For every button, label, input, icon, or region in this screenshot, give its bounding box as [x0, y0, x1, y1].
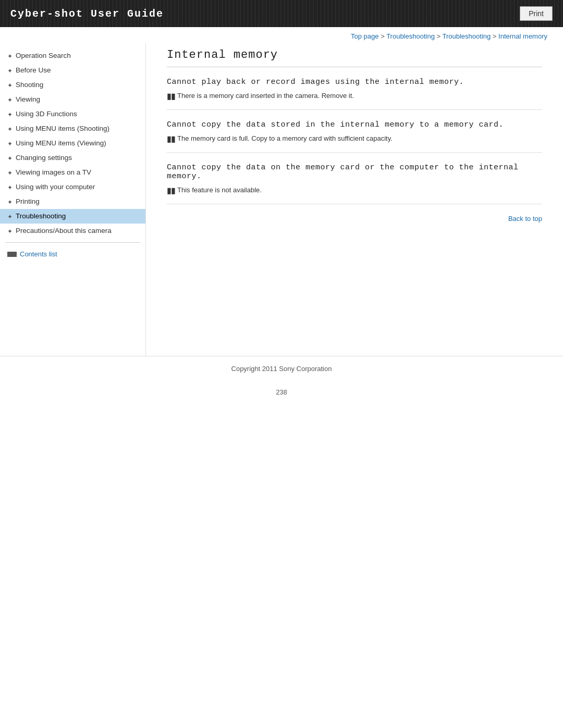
sidebar-label-viewing-tv: Viewing images on a TV [16, 168, 91, 176]
page-number: 238 [0, 378, 563, 401]
list-icon [7, 252, 17, 257]
bullet-icon: ✦ [7, 140, 13, 147]
sidebar-divider [5, 242, 140, 243]
bullet-icon: ✦ [7, 53, 13, 60]
sidebar-item-menu-shooting[interactable]: ✦ Using MENU items (Shooting) [0, 121, 145, 136]
breadcrumb-sep3: > [493, 32, 498, 40]
sidebar-item-troubleshooting[interactable]: ✦ Troubleshooting [0, 209, 145, 224]
bullet-icon: ✦ [7, 96, 13, 104]
section-1-heading: Cannot play back or record images using … [167, 78, 542, 87]
sidebar-label-changing-settings: Changing settings [16, 154, 72, 162]
section-1-detail-1: ▮▮ There is a memory card inserted in th… [167, 92, 542, 101]
footer: Copyright 2011 Sony Corporation [0, 356, 563, 378]
breadcrumb: Top page > Troubleshooting > Troubleshoo… [0, 27, 563, 43]
bullet-icon: ✦ [7, 126, 13, 133]
section-2-heading: Cannot copy the data stored in the inter… [167, 120, 542, 129]
sidebar-item-shooting[interactable]: ✦ Shooting [0, 78, 145, 92]
section-3-heading: Cannot copy the data on the memory card … [167, 163, 542, 181]
bullet-icon: ✦ [7, 169, 13, 177]
sidebar-label-shooting: Shooting [16, 81, 43, 89]
section-2: Cannot copy the data stored in the inter… [167, 120, 542, 153]
sidebar-item-printing[interactable]: ✦ Printing [0, 194, 145, 209]
header: Cyber-shot User Guide Print [0, 0, 563, 27]
sidebar-label-troubleshooting: Troubleshooting [16, 212, 66, 220]
section-3: Cannot copy the data on the memory card … [167, 163, 542, 204]
sidebar-item-before-use[interactable]: ✦ Before Use [0, 63, 145, 78]
bullet-icon: ✦ [7, 82, 13, 89]
sidebar-item-computer[interactable]: ✦ Using with your computer [0, 180, 145, 194]
sidebar-item-operation-search[interactable]: ✦ Operation Search [0, 48, 145, 63]
bullet-icon: ✦ [7, 184, 13, 191]
sidebar: ✦ Operation Search ✦ Before Use ✦ Shooti… [0, 43, 146, 356]
sidebar-label-computer: Using with your computer [16, 183, 95, 191]
breadcrumb-sep2: > [437, 32, 443, 40]
back-to-top-link[interactable]: Back to top [508, 215, 542, 223]
breadcrumb-troubleshooting2[interactable]: Troubleshooting [442, 32, 491, 40]
section-3-detail-1-text: This feature is not available. [177, 186, 262, 194]
sidebar-label-3d-functions: Using 3D Functions [16, 110, 77, 118]
contents-list-link[interactable]: Contents list [0, 247, 145, 261]
app-title: Cyber-shot User Guide [10, 8, 164, 20]
detail-bullet-icon: ▮▮ [167, 186, 175, 195]
bullet-icon: ✦ [7, 213, 13, 220]
bullet-icon: ✦ [7, 155, 13, 162]
detail-bullet-icon: ▮▮ [167, 134, 175, 144]
section-1: Cannot play back or record images using … [167, 78, 542, 110]
sidebar-item-changing-settings[interactable]: ✦ Changing settings [0, 151, 145, 165]
sidebar-item-3d-functions[interactable]: ✦ Using 3D Functions [0, 107, 145, 121]
sidebar-item-menu-viewing[interactable]: ✦ Using MENU items (Viewing) [0, 136, 145, 151]
sidebar-item-precautions[interactable]: ✦ Precautions/About this camera [0, 224, 145, 238]
page-title: Internal memory [167, 48, 542, 67]
sidebar-label-viewing: Viewing [16, 95, 40, 103]
contents-list-label: Contents list [20, 250, 57, 258]
section-1-detail-1-text: There is a memory card inserted in the c… [177, 92, 354, 100]
main-content: Internal memory Cannot play back or reco… [146, 43, 563, 356]
back-to-top: Back to top [167, 215, 542, 223]
breadcrumb-internal-memory[interactable]: Internal memory [498, 32, 547, 40]
main-layout: ✦ Operation Search ✦ Before Use ✦ Shooti… [0, 43, 563, 356]
bullet-icon: ✦ [7, 228, 13, 235]
copyright-text: Copyright 2011 Sony Corporation [231, 365, 332, 373]
sidebar-label-precautions: Precautions/About this camera [16, 227, 112, 235]
sidebar-label-menu-viewing: Using MENU items (Viewing) [16, 139, 106, 147]
sidebar-label-operation-search: Operation Search [16, 52, 71, 59]
detail-bullet-icon: ▮▮ [167, 92, 175, 101]
sidebar-label-printing: Printing [16, 198, 40, 205]
breadcrumb-troubleshooting1[interactable]: Troubleshooting [386, 32, 435, 40]
section-2-detail-1: ▮▮ The memory card is full. Copy to a me… [167, 134, 542, 144]
bullet-icon: ✦ [7, 111, 13, 118]
section-3-detail-1: ▮▮ This feature is not available. [167, 186, 542, 195]
sidebar-item-viewing-tv[interactable]: ✦ Viewing images on a TV [0, 165, 145, 180]
sidebar-label-menu-shooting: Using MENU items (Shooting) [16, 125, 109, 132]
print-button[interactable]: Print [520, 6, 553, 21]
sidebar-item-viewing[interactable]: ✦ Viewing [0, 92, 145, 107]
bullet-icon: ✦ [7, 67, 13, 75]
section-2-detail-1-text: The memory card is full. Copy to a memor… [177, 134, 393, 142]
breadcrumb-sep1: > [381, 32, 386, 40]
bullet-icon: ✦ [7, 199, 13, 206]
breadcrumb-top-page[interactable]: Top page [351, 32, 379, 40]
sidebar-label-before-use: Before Use [16, 66, 51, 74]
